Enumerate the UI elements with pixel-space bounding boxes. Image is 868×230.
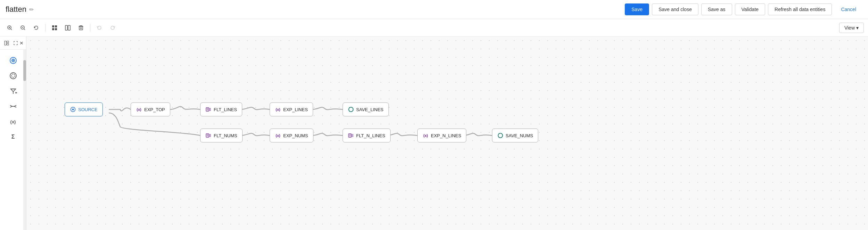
node-flt-lines-label: FLT_LINES [214, 107, 237, 112]
refresh-button[interactable]: Refresh all data entities [768, 3, 832, 15]
main-area: ✕ [0, 36, 868, 230]
svg-rect-9 [52, 28, 54, 30]
filter-tool-button[interactable] [6, 84, 21, 98]
view-chevron-icon: ▾ [856, 25, 859, 31]
svg-rect-12 [68, 25, 70, 30]
panel-tools-container: (x) Σ [0, 50, 26, 230]
node-exp-lines[interactable]: (x) EXP_LINES [270, 102, 313, 116]
undo-button[interactable] [94, 22, 105, 33]
save-as-button[interactable]: Save as [701, 3, 732, 15]
panel-tools: (x) Σ [0, 50, 26, 148]
svg-line-3 [11, 29, 12, 30]
list-icon [65, 25, 71, 31]
source-tool-button[interactable] [6, 53, 21, 68]
edit-title-icon[interactable]: ✏ [29, 6, 34, 13]
cancel-button[interactable]: Cancel [835, 4, 862, 15]
panel-header: ✕ [0, 36, 26, 50]
save-nums-icon [497, 132, 503, 139]
panel-scroll-thumb[interactable] [23, 60, 26, 81]
panel-layout-icon[interactable] [3, 39, 10, 47]
svg-point-34 [72, 109, 74, 110]
exp-top-icon: (x) [136, 106, 142, 113]
svg-rect-8 [55, 25, 57, 27]
flt-n-lines-icon [348, 132, 354, 139]
node-save-nums[interactable]: SAVE_NUMS [492, 129, 538, 142]
toolbar: View ▾ [0, 19, 868, 36]
exp-n-lines-icon: (x) [423, 132, 429, 139]
flt-lines-icon [205, 106, 212, 113]
node-flt-nums-label: FLT_NUMS [214, 133, 237, 138]
node-exp-lines-label: EXP_LINES [283, 107, 308, 112]
aggregate-tool-button[interactable]: Σ [6, 130, 21, 144]
redo-icon [110, 25, 115, 31]
join-tool-button[interactable] [6, 99, 21, 114]
zoom-in-button[interactable] [4, 22, 15, 33]
header: flatten ✏ Save Save and close Save as Va… [0, 0, 868, 19]
panel-scroll-track[interactable] [23, 50, 26, 230]
validate-button[interactable]: Validate [735, 3, 765, 15]
node-flt-n-lines[interactable]: FLT_N_LINES [343, 129, 391, 142]
view-label: View [844, 25, 855, 31]
node-exp-nums-label: EXP_NUMS [283, 133, 308, 138]
expression-label: (x) [10, 119, 16, 124]
node-save-lines-label: SAVE_LINES [356, 107, 384, 112]
panel-expand-icon[interactable] [12, 39, 19, 47]
node-exp-top[interactable]: (x) EXP_TOP [131, 102, 170, 116]
header-left: flatten ✏ [6, 5, 34, 14]
panel-close-icon[interactable]: ✕ [19, 40, 24, 46]
view-button[interactable]: View ▾ [839, 23, 864, 33]
zoom-in-icon [7, 25, 13, 31]
node-flt-nums[interactable]: FLT_NUMS [200, 129, 243, 142]
svg-rect-18 [7, 43, 9, 45]
svg-marker-24 [11, 89, 16, 92]
exp-nums-icon: (x) [275, 132, 281, 139]
node-flt-lines[interactable]: FLT_LINES [200, 102, 242, 116]
svg-rect-16 [5, 41, 6, 45]
reset-button[interactable] [31, 22, 42, 33]
node-source[interactable]: SOURCE [65, 102, 103, 116]
save-button[interactable]: Save [625, 3, 649, 15]
zoom-out-button[interactable] [17, 22, 28, 33]
header-actions: Save Save and close Save as Validate Ref… [625, 3, 862, 15]
node-save-lines[interactable]: SAVE_LINES [343, 102, 389, 116]
svg-point-21 [13, 60, 14, 61]
svg-point-22 [10, 73, 16, 79]
svg-rect-10 [55, 28, 57, 30]
node-exp-n-lines-label: EXP_N_LINES [431, 133, 461, 138]
node-save-nums-label: SAVE_NUMS [506, 133, 533, 138]
svg-rect-35 [206, 108, 209, 111]
svg-rect-17 [7, 41, 9, 43]
save-lines-icon [348, 106, 354, 113]
grid-view-button[interactable] [49, 22, 60, 33]
delete-button[interactable] [75, 22, 87, 33]
svg-line-29 [10, 106, 12, 107]
redo-button[interactable] [107, 22, 118, 33]
save-and-close-button[interactable]: Save and close [652, 3, 698, 15]
expression-tool-button[interactable]: (x) [6, 114, 21, 129]
toolbar-right: View ▾ [839, 23, 864, 33]
node-flt-n-lines-label: FLT_N_LINES [356, 133, 385, 138]
canvas[interactable]: SOURCE (x) EXP_TOP FLT_LINES ( [26, 36, 868, 230]
list-view-button[interactable] [62, 22, 73, 33]
aggregate-label: Σ [11, 134, 15, 140]
svg-point-23 [11, 74, 15, 77]
reset-icon [33, 25, 39, 31]
left-panel: ✕ [0, 36, 26, 230]
node-exp-nums[interactable]: (x) EXP_NUMS [270, 129, 313, 142]
node-source-label: SOURCE [78, 107, 98, 112]
undo-icon [97, 25, 102, 31]
node-exp-top-label: EXP_TOP [144, 107, 165, 112]
svg-line-6 [24, 29, 25, 30]
panel-header-icons [3, 39, 19, 47]
source-node-icon [70, 106, 76, 113]
page-title: flatten [6, 5, 26, 14]
node-exp-n-lines[interactable]: (x) EXP_N_LINES [417, 129, 466, 142]
toolbar-separator-2 [90, 24, 90, 32]
zoom-out-icon [20, 25, 26, 31]
toolbar-separator-1 [45, 24, 46, 32]
svg-rect-43 [206, 134, 209, 137]
delete-icon [78, 25, 84, 31]
svg-rect-13 [79, 26, 83, 30]
target-tool-button[interactable] [6, 68, 21, 83]
svg-line-32 [14, 106, 16, 107]
